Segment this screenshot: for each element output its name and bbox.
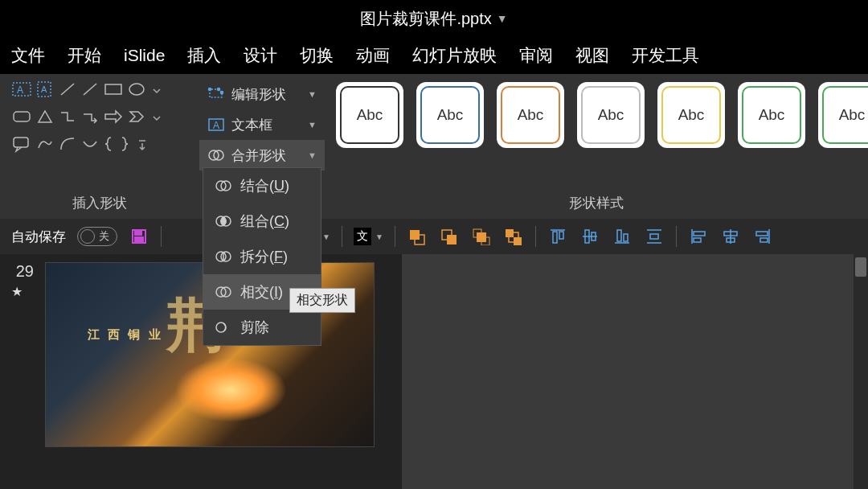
shape-triangle-icon[interactable] — [35, 108, 55, 129]
shape-row2-more-icon[interactable] — [149, 113, 164, 123]
shape-arrow-right-icon[interactable] — [103, 108, 124, 129]
edit-shape-label: 编辑形状 — [231, 85, 286, 104]
autosave-toggle[interactable]: 关 — [77, 227, 117, 246]
text-style-button[interactable]: 文▼ — [354, 228, 383, 245]
edit-shape-button[interactable]: 编辑形状 ▼ — [199, 79, 325, 109]
shape-gallery-expand-icon[interactable] — [135, 138, 149, 153]
autosave-label: 自动保存 — [11, 228, 66, 246]
document-title: 图片裁剪课件.pptx — [360, 8, 491, 30]
ribbon-tabs: 文件 开始 iSlide 插入 设计 切换 动画 幻灯片放映 审阅 视图 开发工… — [0, 37, 868, 74]
shape-row1-more-icon[interactable] — [149, 86, 164, 96]
merge-union-label: 结合(U) — [240, 176, 289, 195]
tab-transitions[interactable]: 切换 — [300, 44, 334, 67]
shape-textbox-h-icon[interactable]: A — [11, 80, 32, 101]
save-icon[interactable] — [129, 226, 149, 247]
merge-fragment-label: 拆分(F) — [240, 247, 288, 266]
merge-shapes-button[interactable]: 合并形状 ▼ — [199, 140, 325, 171]
merge-subtract-label: 剪除 — [240, 318, 269, 337]
svg-rect-33 — [447, 235, 457, 244]
send-backward-icon[interactable] — [439, 226, 460, 247]
tab-animations[interactable]: 动画 — [356, 44, 390, 67]
slide-editor[interactable] — [402, 254, 868, 489]
separator — [676, 226, 677, 247]
svg-rect-47 — [617, 230, 621, 241]
shape-brace-l-icon[interactable] — [103, 135, 116, 156]
svg-rect-29 — [135, 237, 143, 243]
svg-rect-8 — [14, 112, 30, 121]
merge-combine-item[interactable]: 组合(C) — [203, 203, 321, 239]
svg-rect-6 — [105, 84, 121, 94]
shape-textbox-v-icon[interactable]: A — [35, 80, 55, 101]
tab-design[interactable]: 设计 — [244, 44, 277, 67]
tab-slideshow[interactable]: 幻灯片放映 — [412, 44, 497, 67]
thumb-small-text: 江 西 铜 业 — [88, 327, 163, 343]
svg-text:A: A — [17, 84, 23, 96]
toggle-knob — [80, 229, 95, 244]
merge-fragment-item[interactable]: 拆分(F) — [203, 239, 321, 274]
slide-number: 29 — [11, 262, 34, 281]
align-center-icon[interactable] — [720, 226, 741, 247]
scroll-thumb[interactable] — [855, 257, 866, 277]
style-preset-7[interactable]: Abc — [818, 82, 868, 148]
shape-arrow-turn-icon[interactable] — [80, 108, 100, 129]
chevron-down-icon: ▼ — [308, 150, 317, 160]
shape-rect-icon[interactable] — [103, 80, 124, 101]
title-chevron-icon[interactable]: ▼ — [497, 12, 508, 25]
align-right-icon[interactable] — [752, 226, 773, 247]
shape-roundrect-icon[interactable] — [11, 108, 32, 129]
shape-line2-icon[interactable] — [80, 80, 100, 101]
tab-home[interactable]: 开始 — [68, 44, 101, 67]
svg-rect-38 — [506, 229, 514, 237]
shape-arc-icon[interactable] — [58, 135, 77, 156]
text-box-button[interactable]: A 文本框 ▼ — [199, 109, 325, 140]
distribute-v-icon[interactable] — [644, 226, 665, 247]
shape-oval-icon[interactable] — [127, 80, 146, 101]
style-preset-5[interactable]: Abc — [657, 82, 725, 148]
svg-point-10 — [209, 88, 211, 91]
shape-chevron-icon[interactable] — [127, 108, 146, 129]
vertical-scrollbar[interactable] — [854, 254, 868, 489]
svg-rect-48 — [624, 234, 628, 241]
separator — [161, 226, 162, 247]
merge-subtract-item[interactable]: 剪除 — [203, 310, 321, 345]
separator — [342, 226, 342, 247]
merge-union-item[interactable]: 结合(U) — [203, 168, 321, 203]
tab-review[interactable]: 审阅 — [519, 44, 553, 67]
separator — [535, 226, 536, 247]
text-box-label: 文本框 — [231, 116, 272, 134]
workspace: 29 ★ 江 西 铜 业 荆 — [0, 254, 868, 489]
separator — [395, 226, 395, 247]
svg-point-11 — [218, 88, 220, 91]
tab-islide[interactable]: iSlide — [124, 46, 165, 65]
shape-line-icon[interactable] — [58, 80, 77, 101]
style-preset-1[interactable]: Abc — [336, 82, 403, 148]
send-back-icon[interactable] — [503, 226, 524, 247]
style-preset-4[interactable]: Abc — [577, 82, 645, 148]
align-left-icon[interactable] — [688, 226, 709, 247]
svg-rect-9 — [14, 138, 28, 147]
shape-connector-icon[interactable] — [58, 108, 77, 129]
bring-front-icon[interactable] — [471, 226, 492, 247]
shape-brace-r-icon[interactable] — [119, 135, 132, 156]
shape-freeform-icon[interactable] — [35, 135, 55, 156]
style-preset-3[interactable]: Abc — [497, 82, 564, 148]
style-preset-6[interactable]: Abc — [738, 82, 805, 148]
style-preset-2[interactable]: Abc — [416, 82, 484, 148]
shape-curve-icon[interactable] — [80, 135, 100, 156]
align-middle-icon[interactable] — [579, 226, 600, 247]
tab-file[interactable]: 文件 — [11, 44, 45, 67]
svg-rect-41 — [553, 232, 557, 243]
align-bottom-icon[interactable] — [612, 226, 633, 247]
chevron-down-icon: ▼ — [308, 120, 317, 129]
tab-developer[interactable]: 开发工具 — [632, 44, 699, 67]
svg-rect-59 — [756, 232, 768, 236]
align-top-icon[interactable] — [547, 226, 568, 247]
tab-insert[interactable]: 插入 — [187, 44, 221, 67]
svg-rect-53 — [694, 232, 705, 236]
svg-point-12 — [221, 92, 223, 94]
svg-line-4 — [61, 84, 74, 95]
shape-styles-group: Abc Abc Abc Abc Abc Abc Abc 形状样式 — [325, 74, 868, 219]
shape-callout-icon[interactable] — [11, 135, 32, 156]
tab-view[interactable]: 视图 — [575, 44, 609, 67]
bring-forward-icon[interactable] — [407, 226, 428, 247]
